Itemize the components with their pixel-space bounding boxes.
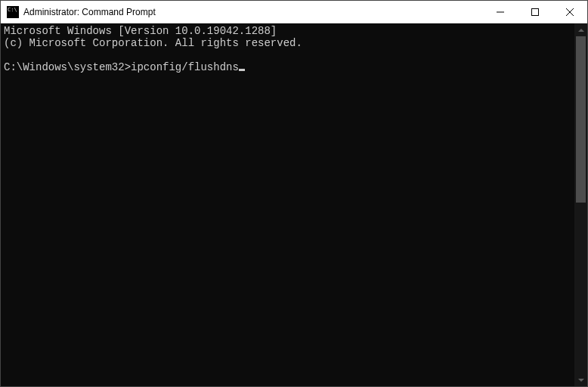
prompt: C:\Windows\system32> xyxy=(4,61,131,73)
svg-marker-5 xyxy=(578,379,584,382)
scroll-down-button[interactable] xyxy=(574,373,587,386)
minimize-button[interactable] xyxy=(483,1,518,23)
output-line: Microsoft Windows [Version 10.0.19042.12… xyxy=(4,25,277,37)
maximize-button[interactable] xyxy=(518,1,552,23)
svg-rect-1 xyxy=(532,8,539,15)
command-prompt-window: Administrator: Command Prompt Microsoft … xyxy=(0,0,588,387)
close-button[interactable] xyxy=(552,1,587,23)
vertical-scrollbar[interactable] xyxy=(574,23,587,386)
terminal-output[interactable]: Microsoft Windows [Version 10.0.19042.12… xyxy=(1,23,574,386)
svg-marker-4 xyxy=(578,29,584,32)
titlebar[interactable]: Administrator: Command Prompt xyxy=(1,1,587,23)
cmd-icon xyxy=(7,6,19,18)
terminal-area: Microsoft Windows [Version 10.0.19042.12… xyxy=(1,23,587,386)
text-cursor xyxy=(239,69,245,71)
output-line: (c) Microsoft Corporation. All rights re… xyxy=(4,37,302,49)
scrollbar-thumb[interactable] xyxy=(576,36,586,203)
scroll-up-button[interactable] xyxy=(574,23,587,36)
command-input[interactable]: ipconfig/flushdns xyxy=(131,61,239,73)
scrollbar-track[interactable] xyxy=(574,36,587,373)
window-title: Administrator: Command Prompt xyxy=(23,7,483,17)
window-controls xyxy=(483,1,587,23)
